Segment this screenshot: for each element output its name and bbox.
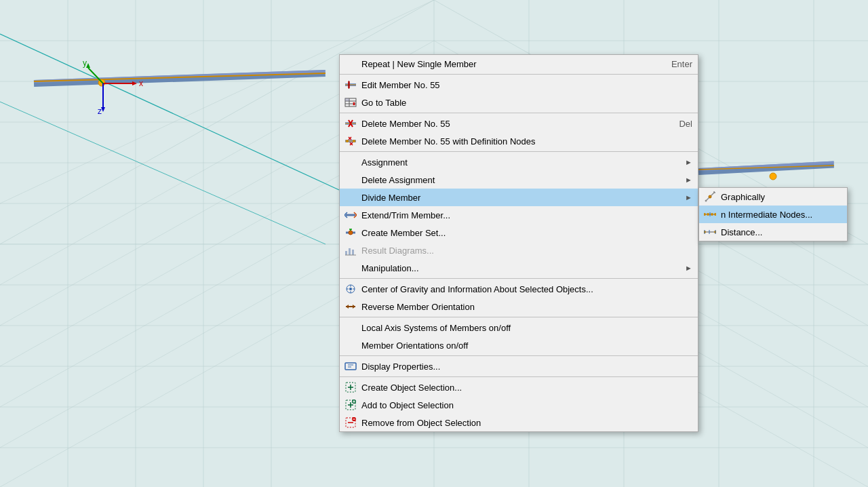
divide-member-arrow: ► xyxy=(685,193,692,201)
graphically-label: Graphically xyxy=(721,192,842,202)
svg-line-35 xyxy=(0,34,339,190)
add-to-selection-icon xyxy=(344,398,357,412)
create-object-selection-icon xyxy=(344,381,357,394)
display-properties-label: Display Properties... xyxy=(361,362,692,372)
reverse-orientation-label: Reverse Member Orientation xyxy=(361,302,692,312)
menu-item-member-orientations[interactable]: Member Orientations on/off xyxy=(340,336,698,354)
display-properties-icon xyxy=(344,359,357,373)
separator-3 xyxy=(340,151,698,152)
menu-item-local-axis[interactable]: Local Axis Systems of Members on/off xyxy=(340,319,698,336)
menu-item-create-object-selection[interactable]: Create Object Selection... xyxy=(340,378,698,396)
menu-item-divide-member[interactable]: Divide Member ► Graphically xyxy=(340,189,698,206)
submenu-item-distance[interactable]: Distance... xyxy=(699,223,847,241)
go-to-table-label: Go to Table xyxy=(361,98,692,108)
svg-point-101 xyxy=(349,231,353,235)
table-icon xyxy=(344,96,357,109)
separator-6 xyxy=(340,355,698,356)
menu-item-center-gravity[interactable]: Center of Gravity and Information About … xyxy=(340,280,698,298)
delete-member-label: Delete Member No. 55 xyxy=(361,119,665,129)
menu-item-delete-member[interactable]: Delete Member No. 55 Del xyxy=(340,115,698,132)
menu-item-remove-from-selection[interactable]: Remove from Object Selection xyxy=(340,414,698,431)
reverse-orientation-icon xyxy=(344,300,357,313)
menu-item-create-member-set[interactable]: Create Member Set... xyxy=(340,224,698,241)
svg-rect-106 xyxy=(352,250,354,255)
menu-item-result-diagrams[interactable]: Result Diagrams... xyxy=(340,241,698,259)
center-gravity-icon xyxy=(344,282,357,296)
edit-member-label: Edit Member No. 55 xyxy=(361,80,692,90)
manipulation-icon xyxy=(344,261,357,275)
manipulation-arrow: ► xyxy=(685,264,692,272)
separator-2 xyxy=(340,113,698,113)
menu-item-manipulation[interactable]: Manipulation... ► xyxy=(340,259,698,277)
menu-item-extend-trim[interactable]: Extend/Trim Member... xyxy=(340,206,698,224)
create-object-selection-label: Create Object Selection... xyxy=(361,383,692,393)
divide-member-label: Divide Member xyxy=(361,193,682,203)
delete-member-shortcut: Del xyxy=(679,119,692,129)
delete-member-icon xyxy=(344,117,357,130)
separator-4 xyxy=(340,278,698,279)
menu-item-delete-assignment[interactable]: Delete Assignment ► xyxy=(340,171,698,189)
svg-line-36 xyxy=(0,102,326,244)
separator-7 xyxy=(340,376,698,377)
submenu-item-graphically[interactable]: Graphically xyxy=(699,188,847,206)
distance-label: Distance... xyxy=(721,227,842,237)
menu-item-delete-member-nodes[interactable]: Delete Member No. 55 with Definition Nod… xyxy=(340,132,698,150)
remove-from-selection-label: Remove from Object Selection xyxy=(361,418,692,428)
menu-item-edit-member[interactable]: Edit Member No. 55 xyxy=(340,76,698,94)
local-axis-label: Local Axis Systems of Members on/off xyxy=(361,323,692,333)
result-diagrams-icon xyxy=(344,244,357,257)
menu-item-repeat-new-single-member[interactable]: Repeat | New Single Member Enter xyxy=(340,55,698,73)
menu-item-go-to-table[interactable]: Go to Table xyxy=(340,94,698,111)
svg-text:y: y xyxy=(83,58,87,68)
delete-assignment-label: Delete Assignment xyxy=(361,175,682,185)
svg-point-86 xyxy=(711,213,713,216)
delete-assignment-arrow: ► xyxy=(685,176,692,184)
svg-point-82 xyxy=(709,195,711,198)
svg-point-73 xyxy=(353,140,355,142)
delete-assignment-icon xyxy=(344,173,357,187)
svg-text:z: z xyxy=(98,106,102,116)
svg-rect-117 xyxy=(345,363,356,370)
member-orientations-icon xyxy=(344,338,357,352)
extend-trim-icon xyxy=(344,208,357,222)
create-member-set-label: Create Member Set... xyxy=(361,228,692,238)
result-diagrams-label: Result Diagrams... xyxy=(361,246,692,256)
svg-point-72 xyxy=(346,140,349,142)
svg-rect-105 xyxy=(349,248,351,255)
svg-marker-116 xyxy=(353,305,355,309)
separator-1 xyxy=(340,74,698,75)
menu-item-assignment[interactable]: Assignment ► xyxy=(340,153,698,171)
svg-marker-115 xyxy=(346,305,349,309)
remove-from-selection-icon xyxy=(344,416,357,429)
local-axis-icon xyxy=(344,321,357,334)
graphically-icon xyxy=(703,190,717,203)
center-gravity-label: Center of Gravity and Information About … xyxy=(361,284,692,294)
assignment-icon xyxy=(344,155,357,169)
manipulation-label: Manipulation... xyxy=(361,263,682,273)
divide-member-submenu: Graphically n Intermediate Nodes... xyxy=(698,187,848,241)
add-to-selection-label: Add to Object Selection xyxy=(361,400,692,410)
submenu-item-n-intermediate-nodes[interactable]: n Intermediate Nodes... xyxy=(699,206,847,223)
context-menu: Repeat | New Single Member Enter Edit Me… xyxy=(339,54,698,432)
distance-icon xyxy=(703,225,717,239)
repeat-icon xyxy=(344,57,357,71)
svg-point-85 xyxy=(707,213,709,216)
svg-point-84 xyxy=(704,213,706,216)
separator-5 xyxy=(340,317,698,317)
svg-point-109 xyxy=(349,288,352,290)
menu-item-add-to-selection[interactable]: Add to Object Selection xyxy=(340,396,698,414)
repeat-label: Repeat | New Single Member xyxy=(361,59,658,69)
menu-item-reverse-orientation[interactable]: Reverse Member Orientation xyxy=(340,298,698,315)
svg-rect-63 xyxy=(345,98,349,101)
assignment-arrow: ► xyxy=(685,158,692,166)
svg-text:x: x xyxy=(139,79,143,88)
delete-member-nodes-label: Delete Member No. 55 with Definition Nod… xyxy=(361,136,692,147)
repeat-shortcut: Enter xyxy=(671,59,692,69)
menu-item-display-properties[interactable]: Display Properties... xyxy=(340,357,698,375)
assignment-label: Assignment xyxy=(361,157,682,168)
extend-trim-label: Extend/Trim Member... xyxy=(361,210,692,220)
divide-member-icon xyxy=(344,191,357,204)
member-orientations-label: Member Orientations on/off xyxy=(361,340,692,351)
svg-rect-104 xyxy=(345,251,347,255)
delete-member-nodes-icon xyxy=(344,134,357,148)
